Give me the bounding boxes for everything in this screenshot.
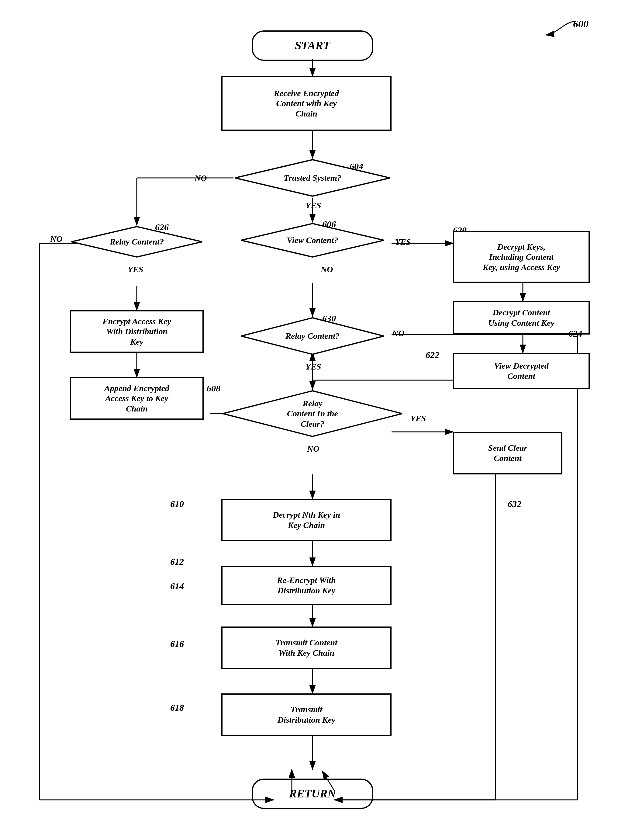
trusted-yes-label: YES <box>306 201 321 210</box>
ref-632: 632 <box>508 499 521 509</box>
append-encrypted-node: Append Encrypted Access Key to Key Chain <box>70 377 204 420</box>
viewcontent-yes-label: YES <box>395 237 411 247</box>
relay630-yes-label: YES <box>306 362 321 372</box>
relay630-no-label: NO <box>392 329 404 338</box>
view-content-diamond: View Content? <box>239 222 386 259</box>
relay-clear-no-label: NO <box>307 444 319 454</box>
encrypt-access-node: Encrypt Access Key With Distribution Key <box>70 310 204 353</box>
ref-612: 612 <box>170 556 184 567</box>
transmit-content-node: Transmit Content With Key Chain <box>221 626 392 669</box>
ref-610: 610 <box>170 499 184 509</box>
relay626-yes-label: YES <box>127 265 143 274</box>
transmit-dist-node: Transmit Distribution Key <box>221 694 392 736</box>
ref-608: 608 <box>207 383 221 394</box>
ref-616: 616 <box>170 639 184 649</box>
decrypt-keys-node: Decrypt Keys, Including Content Key, usi… <box>453 231 590 283</box>
relay-in-clear-diamond: Relay Content In the Clear? <box>221 389 404 438</box>
trusted-no-label: NO <box>194 173 207 183</box>
ref-624: 624 <box>569 329 582 339</box>
flowchart-diagram: 600 START 602 Receive Encrypted Content … <box>0 0 625 840</box>
trusted-system-diamond: Trusted System? <box>233 158 392 198</box>
relay-content-630-diamond: Relay Content? <box>239 316 386 356</box>
reencrypt-node: Re-Encrypt With Distribution Key <box>221 566 392 605</box>
return-node: RETURN <box>252 779 373 809</box>
ref-614: 614 <box>170 581 184 591</box>
viewcontent-no-label: NO <box>321 265 333 274</box>
start-node: START <box>252 30 373 61</box>
decrypt-nth-node: Decrypt Nth Key in Key Chain <box>221 499 392 541</box>
send-clear-node: Send Clear Content <box>453 432 562 474</box>
relay-clear-yes-label: YES <box>410 414 426 423</box>
ref-600-arrow <box>522 15 583 39</box>
relay626-no-label: NO <box>50 234 62 244</box>
ref-622: 622 <box>426 350 439 360</box>
ref-618: 618 <box>170 703 184 713</box>
receive-node: Receive Encrypted Content with Key Chain <box>221 76 392 131</box>
view-decrypted-node: View Decrypted Content <box>453 353 590 389</box>
relay-content-626-diamond: Relay Content? <box>70 225 204 259</box>
